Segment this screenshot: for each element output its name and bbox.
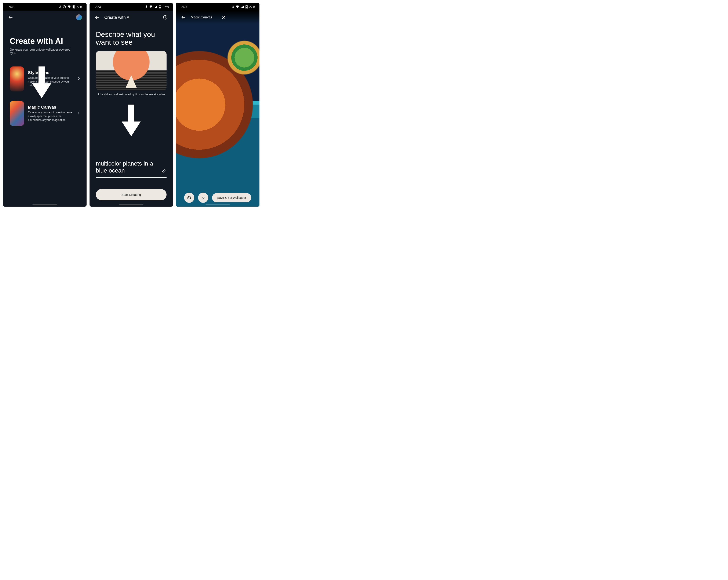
screen-create-with-ai: 7:32 77% Create with AI Generate your ow… bbox=[3, 3, 86, 207]
back-button[interactable] bbox=[181, 15, 186, 20]
prompt-text: multicolor planets in a blue ocean bbox=[96, 160, 158, 174]
status-icons: 77% bbox=[59, 5, 82, 8]
option-description: Type what you want to see to create a wa… bbox=[28, 110, 74, 122]
status-icons: 27% bbox=[232, 5, 255, 8]
screen-magic-canvas-result: 2:23 27% Magic Canvas Sa bbox=[176, 3, 259, 207]
magic-canvas-thumbnail bbox=[10, 101, 24, 126]
header-title: Magic Canvas bbox=[191, 16, 212, 19]
page-title: Create with AI bbox=[10, 37, 80, 46]
signal-icon bbox=[154, 5, 157, 8]
bluetooth-icon bbox=[59, 5, 61, 8]
svg-rect-4 bbox=[73, 6, 74, 8]
info-icon bbox=[163, 15, 167, 20]
refresh-icon bbox=[187, 196, 191, 200]
download-icon bbox=[201, 196, 205, 200]
option-text: Magic Canvas Type what you want to see t… bbox=[28, 105, 74, 122]
annotation-arrow-down-icon bbox=[32, 67, 51, 98]
signal-icon bbox=[241, 5, 244, 8]
status-time: 2:23 bbox=[181, 5, 187, 8]
status-icons: 27% bbox=[146, 5, 169, 8]
bluetooth-icon bbox=[232, 5, 234, 8]
status-time: 2:23 bbox=[95, 5, 101, 8]
arrow-left-icon bbox=[8, 15, 13, 20]
example-preview-image bbox=[96, 51, 167, 91]
option-title: Magic Canvas bbox=[28, 105, 74, 110]
close-icon bbox=[222, 15, 226, 20]
home-indicator[interactable] bbox=[32, 204, 57, 205]
status-bar: 7:32 77% bbox=[3, 3, 86, 10]
top-bar bbox=[3, 10, 86, 24]
bluetooth-icon bbox=[146, 5, 148, 8]
main-content: Describe what you want to see A hand-dra… bbox=[89, 24, 173, 207]
status-time: 7:32 bbox=[8, 5, 14, 8]
arrow-left-icon bbox=[181, 15, 186, 20]
back-button[interactable] bbox=[94, 15, 100, 20]
generated-wallpaper-image: Magic Canvas Save & Set Wallpaper bbox=[176, 10, 259, 207]
chevron-right-icon bbox=[78, 111, 80, 116]
svg-point-12 bbox=[165, 16, 165, 17]
describe-title: Describe what you want to see bbox=[96, 30, 167, 46]
svg-rect-7 bbox=[160, 5, 160, 5]
prompt-input[interactable]: multicolor planets in a blue ocean bbox=[96, 160, 167, 178]
chevron-right-icon bbox=[78, 77, 80, 81]
dnd-icon bbox=[63, 5, 66, 8]
home-indicator[interactable] bbox=[119, 204, 144, 205]
annotation-arrow-down-icon bbox=[122, 105, 141, 136]
wifi-icon bbox=[68, 5, 71, 8]
status-bar: 2:23 27% bbox=[176, 3, 259, 10]
screen-describe-prompt: 2:23 27% Create with AI Describe what yo… bbox=[89, 3, 173, 207]
battery-percent: 27% bbox=[249, 5, 255, 8]
svg-rect-3 bbox=[73, 5, 74, 5]
wifi-icon bbox=[149, 5, 153, 8]
download-button[interactable] bbox=[198, 193, 208, 203]
prompt-area: multicolor planets in a blue ocean Start… bbox=[96, 160, 167, 200]
battery-percent: 77% bbox=[76, 5, 82, 8]
battery-percent: 27% bbox=[163, 5, 169, 8]
svg-rect-8 bbox=[159, 7, 161, 8]
top-bar: Magic Canvas bbox=[176, 10, 259, 24]
info-button[interactable] bbox=[162, 15, 168, 20]
back-button[interactable] bbox=[8, 15, 14, 20]
avatar[interactable] bbox=[76, 15, 82, 20]
svg-rect-14 bbox=[246, 5, 247, 5]
pencil-icon bbox=[161, 169, 166, 173]
option-magic-canvas[interactable]: Magic Canvas Type what you want to see t… bbox=[10, 96, 80, 131]
arrow-left-icon bbox=[95, 15, 100, 20]
start-creating-button[interactable]: Start Creating bbox=[96, 189, 167, 200]
main-content: Create with AI Generate your own unique … bbox=[3, 24, 86, 207]
home-indicator[interactable] bbox=[206, 204, 230, 205]
svg-rect-15 bbox=[246, 7, 247, 8]
style-sync-thumbnail bbox=[10, 67, 24, 92]
save-set-wallpaper-button[interactable]: Save & Set Wallpaper bbox=[212, 193, 251, 202]
header-title: Create with AI bbox=[104, 15, 131, 20]
battery-icon bbox=[73, 5, 75, 8]
battery-icon bbox=[245, 5, 248, 8]
status-bar: 2:23 27% bbox=[89, 3, 173, 10]
regenerate-button[interactable] bbox=[184, 193, 194, 203]
close-button[interactable] bbox=[221, 15, 227, 20]
bottom-action-bar: Save & Set Wallpaper bbox=[176, 193, 259, 203]
page-subtitle: Generate your own unique wallpaper power… bbox=[10, 48, 73, 55]
battery-icon bbox=[159, 5, 161, 8]
example-caption: A hand-drawn sailboat circled by birds o… bbox=[96, 93, 167, 96]
wifi-icon bbox=[236, 5, 239, 8]
top-bar: Create with AI bbox=[89, 10, 173, 24]
edit-prompt-button[interactable] bbox=[161, 168, 166, 174]
